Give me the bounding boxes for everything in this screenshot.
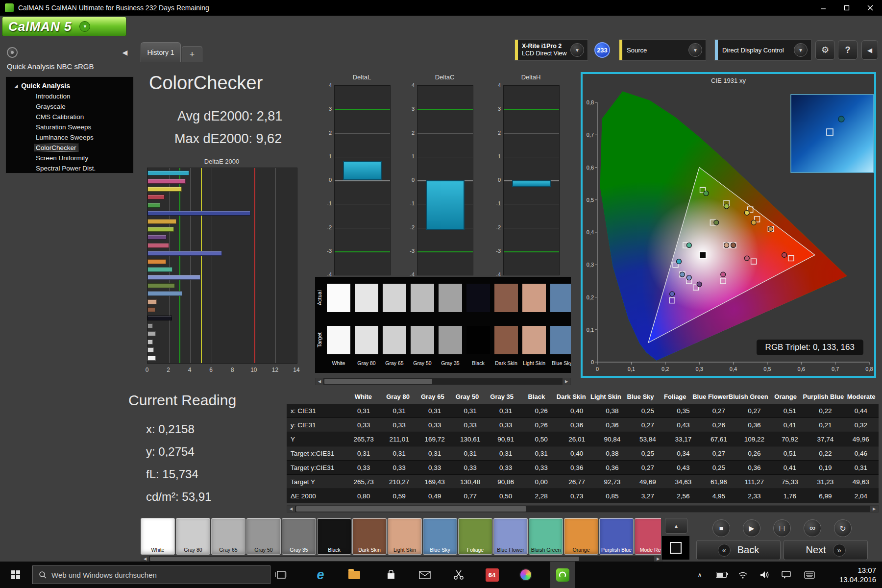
patch-button-white[interactable]: White: [141, 518, 175, 555]
source-dropdown[interactable]: Source ▼: [619, 39, 706, 61]
selected-patch-marker: [699, 251, 706, 258]
scroll-right-icon[interactable]: ▶: [563, 378, 570, 385]
app-64-icon[interactable]: 64: [480, 562, 504, 588]
patch-button-purplish-blue[interactable]: Purplish Blue: [599, 518, 634, 555]
volume-icon[interactable]: [755, 562, 774, 588]
wifi-icon[interactable]: [733, 562, 753, 588]
tree-root-quick-analysis[interactable]: ◢ Quick Analysis: [6, 80, 133, 91]
stop-icon[interactable]: ■: [712, 519, 730, 537]
patch-button-mode-red[interactable]: Mode Red: [635, 518, 661, 555]
paint-app-icon[interactable]: [514, 562, 538, 588]
patch-button-gray-35[interactable]: Gray 35: [282, 518, 316, 555]
back-button[interactable]: « Back: [696, 540, 781, 560]
deltaC-chart: [417, 85, 473, 275]
gear-icon[interactable]: ⚙: [815, 40, 835, 60]
svg-text:0: 0: [591, 359, 594, 365]
mail-icon[interactable]: [413, 562, 437, 588]
meter-dropdown[interactable]: X-Rite i1Pro 2LCD Direct View ▼: [514, 39, 588, 61]
patch-button-orange[interactable]: Orange: [564, 518, 598, 555]
calman-taskbar-icon[interactable]: [550, 562, 575, 588]
start-button[interactable]: [0, 562, 31, 588]
measurement-transport-controls: ■ ▶ |–| ∞ ↻: [695, 518, 869, 539]
sidebar-item-saturation-sweeps[interactable]: Saturation Sweeps: [6, 122, 133, 132]
minimize-icon[interactable]: [811, 0, 835, 16]
logo-dropdown-icon[interactable]: ▼: [79, 21, 90, 32]
sidebar-item-colorchecker[interactable]: ColorChecker: [6, 143, 133, 153]
sidebar-item-spectral-power-dist[interactable]: Spectral Power Dist.: [6, 163, 133, 173]
tab-history-1[interactable]: History 1: [141, 42, 181, 62]
scroll-left-icon[interactable]: ◀: [141, 556, 149, 562]
scrollbar-track[interactable]: [149, 556, 654, 562]
clock-time: 13:07: [825, 565, 876, 575]
scrollbar-thumb[interactable]: [324, 379, 432, 384]
meter-dropdown-icon[interactable]: ▼: [570, 43, 584, 57]
task-view-icon[interactable]: [269, 562, 294, 588]
source-accent-bar: [619, 40, 622, 60]
patch-button-blue-flower[interactable]: Blue Flower: [493, 518, 528, 555]
collapse-right-panel-icon[interactable]: ◀: [861, 40, 878, 60]
patch-button-dark-skin[interactable]: Dark Skin: [352, 518, 387, 555]
sidebar-item-cms-calibration[interactable]: CMS Calibration: [6, 112, 133, 122]
maximize-icon[interactable]: [835, 0, 858, 16]
scroll-left-icon[interactable]: ◀: [287, 506, 295, 512]
close-icon[interactable]: [858, 0, 882, 16]
patch-button-foliage[interactable]: Foliage: [458, 518, 492, 555]
cie-1931-panel[interactable]: 00,10,20,30,40,50,60,70,800,10,20,30,40,…: [581, 72, 876, 378]
sidebar-item-grayscale[interactable]: Grayscale: [6, 101, 133, 112]
target-swatch: [466, 326, 490, 354]
add-tab-button[interactable]: +: [182, 46, 202, 62]
tree-expander-icon[interactable]: ◢: [15, 84, 18, 88]
edge-browser-icon[interactable]: e: [308, 562, 333, 588]
record-button[interactable]: [7, 47, 18, 58]
continuous-loop-icon[interactable]: ∞: [804, 519, 821, 537]
sidebar-item-introduction[interactable]: Introduction: [6, 91, 133, 101]
patch-button-gray-80[interactable]: Gray 80: [176, 518, 210, 555]
tray-show-hidden-icons[interactable]: ∧: [690, 562, 710, 588]
display-control-dropdown-icon[interactable]: ▼: [794, 43, 808, 57]
target-swatch: [550, 326, 571, 354]
snipping-tool-icon[interactable]: [446, 562, 471, 588]
notifications-icon[interactable]: [776, 562, 796, 588]
deltaE-bar-orange: [147, 259, 166, 264]
battery-icon[interactable]: [711, 562, 731, 588]
refresh-icon[interactable]: ↻: [834, 519, 852, 537]
taskbar-search-input[interactable]: Web und Windows durchsuchen: [32, 565, 270, 584]
keyboard-layout-icon[interactable]: [800, 562, 819, 588]
sidebar-item-screen-uniformity[interactable]: Screen Uniformity: [6, 153, 133, 163]
svg-text:0,3: 0,3: [695, 366, 703, 372]
scrollbar-thumb[interactable]: [150, 557, 579, 561]
patch-button-light-skin[interactable]: Light Skin: [388, 518, 422, 555]
patch-scroll-up-icon[interactable]: ▲: [665, 518, 687, 534]
help-icon[interactable]: ?: [838, 40, 858, 60]
file-explorer-icon[interactable]: [342, 562, 367, 588]
table-scrollbar[interactable]: ◀ ▶: [287, 505, 879, 513]
deltaL-bar: [343, 161, 382, 180]
source-dropdown-icon[interactable]: ▼: [688, 43, 702, 57]
deltaE-bar-dark-skin: [147, 307, 155, 312]
patch-column-gray-50: Gray 50: [411, 277, 434, 373]
patch-button-bluish-green[interactable]: Bluish Green: [529, 518, 563, 555]
scroll-left-icon[interactable]: ◀: [316, 378, 323, 385]
next-button[interactable]: Next »: [784, 540, 868, 560]
taskbar-clock[interactable]: 13:07 13.04.2016: [825, 565, 876, 584]
scrollbar-track[interactable]: [295, 506, 870, 512]
deltaE-bar-yellow-green: [147, 227, 174, 232]
patch-button-blue-sky[interactable]: Blue Sky: [423, 518, 457, 555]
scrollbar-thumb[interactable]: [296, 506, 526, 512]
window-controls: [811, 0, 882, 16]
actual-swatch: [327, 284, 350, 312]
store-icon[interactable]: [379, 562, 403, 588]
page-title: ColorChecker: [149, 73, 263, 94]
display-control-dropdown[interactable]: Direct Display Control ▼: [714, 39, 811, 61]
scrollbar-track[interactable]: [323, 378, 563, 385]
patch-button-gray-65[interactable]: Gray 65: [211, 518, 245, 555]
single-measure-icon[interactable]: |–|: [773, 519, 791, 537]
patch-button-gray-50[interactable]: Gray 50: [246, 518, 281, 555]
play-icon[interactable]: ▶: [743, 519, 760, 537]
scroll-right-icon[interactable]: ▶: [870, 506, 878, 512]
collapse-sidebar-icon[interactable]: ◀: [120, 47, 130, 58]
patch-strip-scrollbar[interactable]: ◀ ▶: [315, 378, 571, 385]
patch-button-black[interactable]: Black: [317, 518, 351, 555]
sidebar-item-luminance-sweeps[interactable]: Luminance Sweeps: [6, 132, 133, 143]
scroll-right-icon[interactable]: ▶: [654, 556, 662, 562]
